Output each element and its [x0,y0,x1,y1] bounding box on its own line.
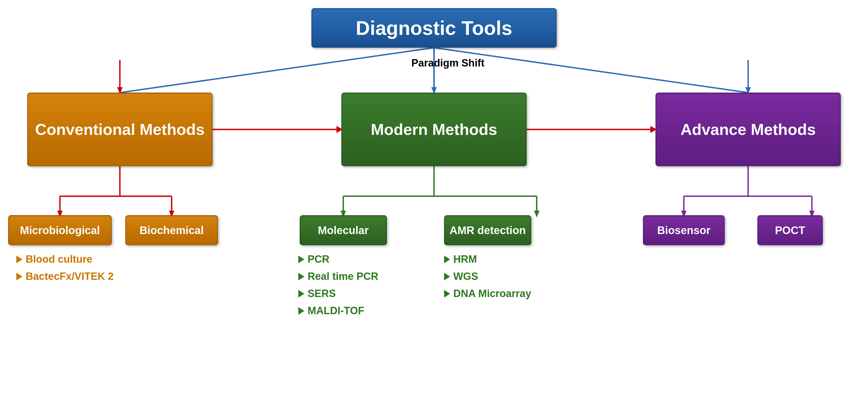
list-item: SERS [298,288,378,300]
list-item-text: PCR [308,253,330,265]
amr-list: HRM WGS DNA Microarray [444,253,531,305]
microbiological-box: Microbiological [8,215,112,245]
arrow-icon [444,273,450,280]
arrow-icon [17,273,22,280]
svg-marker-24 [534,211,539,217]
molecular-box: Molecular [300,215,387,245]
modern-methods-box: Modern Methods [341,93,527,166]
list-item-text: WGS [453,271,478,282]
diagnostic-tools-box: Diagnostic Tools [311,8,557,48]
list-item-text: DNA Microarray [453,288,531,300]
amr-box: AMR detection [444,215,531,245]
micro-list: Blood culture BactecFx/VITEK 2 [17,253,114,288]
list-item-text: BactecFx/VITEK 2 [26,271,114,282]
diagnostic-label: Diagnostic Tools [356,17,513,39]
biochemical-box: Biochemical [125,215,218,245]
arrow-icon [298,307,304,315]
conventional-label: Conventional Methods [35,120,205,139]
advance-methods-box: Advance Methods [655,93,841,166]
list-item-text: Real time PCR [308,271,378,282]
diagram-container: Diagnostic Tools Paradigm Shift Conventi… [0,0,868,409]
list-item-text: SERS [308,288,336,300]
amr-label: AMR detection [450,224,526,237]
micro-label: Microbiological [20,224,100,237]
biochem-label: Biochemical [140,224,204,237]
list-item-text: HRM [453,253,477,265]
poct-label: POCT [775,224,805,237]
arrow-icon [298,273,304,280]
modern-label: Modern Methods [371,120,497,139]
list-item: BactecFx/VITEK 2 [17,271,114,282]
svg-line-2 [434,48,748,93]
biosensor-label: Biosensor [657,224,711,237]
list-item: Blood culture [17,253,114,265]
advance-label: Advance Methods [681,120,816,139]
list-item: Real time PCR [298,271,378,282]
paradigm-shift-label: Paradigm Shift [411,57,485,69]
arrow-icon [298,256,304,263]
list-item: DNA Microarray [444,288,531,300]
svg-line-0 [120,48,434,93]
arrow-icon [444,290,450,297]
arrow-icon [444,256,450,263]
arrow-icon [298,290,304,297]
arrow-icon [17,256,22,263]
list-item-text: Blood culture [26,253,92,265]
list-item: MALDI-TOF [298,305,378,317]
molecular-label: Molecular [318,224,369,237]
list-item-text: MALDI-TOF [308,305,364,317]
list-item: HRM [444,253,531,265]
conventional-methods-box: Conventional Methods [27,93,213,166]
biosensor-box: Biosensor [643,215,725,245]
list-item: WGS [444,271,531,282]
poct-box: POCT [757,215,823,245]
molecular-list: PCR Real time PCR SERS MALDI-TOF [298,253,378,322]
list-item: PCR [298,253,378,265]
